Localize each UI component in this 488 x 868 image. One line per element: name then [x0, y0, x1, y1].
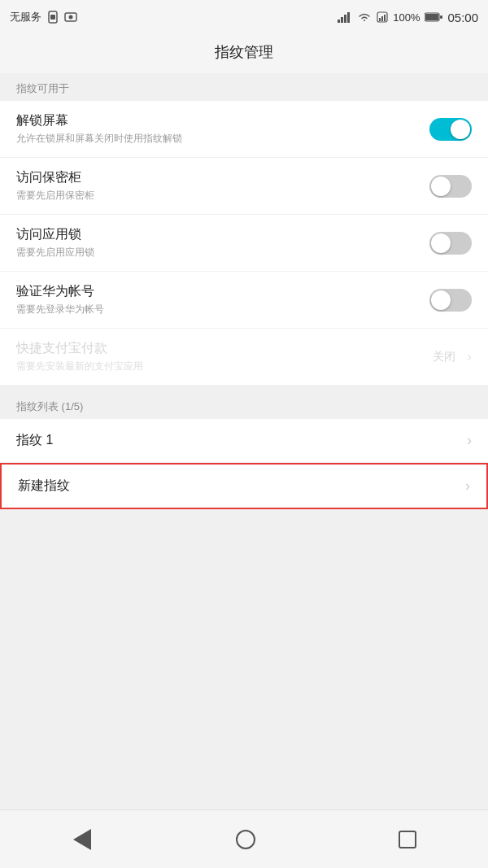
unlock-screen-subtitle: 允许在锁屏和屏幕关闭时使用指纹解锁 — [16, 132, 429, 146]
signal-icon — [338, 11, 352, 23]
access-safe-subtitle: 需要先启用保密柜 — [16, 189, 429, 203]
svg-rect-7 — [347, 12, 350, 23]
svg-rect-1 — [50, 15, 55, 20]
quick-pay-action-label: 关闭 — [433, 350, 455, 364]
access-safe-toggle[interactable] — [429, 175, 472, 198]
toggle-knob — [451, 120, 470, 139]
bottom-nav — [0, 809, 488, 868]
status-right: 100% 05:00 — [338, 11, 478, 24]
back-button[interactable] — [72, 831, 93, 848]
content-area: 指纹可用于 解锁屏幕 允许在锁屏和屏幕关闭时使用指纹解锁 访问保密柜 需要先启用… — [0, 73, 488, 809]
fingerprint-1-chevron: › — [467, 432, 472, 449]
title-bar: 指纹管理 — [0, 34, 488, 73]
section-header-usage: 指纹可用于 — [0, 73, 488, 101]
toggle-knob — [431, 233, 451, 253]
status-left: 无服务 — [10, 10, 77, 24]
verify-huawei-subtitle: 需要先登录华为帐号 — [16, 303, 429, 316]
access-safe-title: 访问保密柜 — [16, 169, 429, 186]
access-safe-item[interactable]: 访问保密柜 需要先启用保密柜 — [0, 158, 488, 215]
verify-huawei-toggle[interactable] — [429, 289, 472, 312]
toggle-knob — [431, 177, 451, 196]
unlock-screen-toggle[interactable] — [429, 118, 472, 141]
unlock-screen-item[interactable]: 解锁屏幕 允许在锁屏和屏幕关闭时使用指纹解锁 — [0, 101, 488, 158]
photo-icon — [64, 11, 77, 24]
page-title: 指纹管理 — [0, 42, 488, 62]
verify-huawei-item[interactable]: 验证华为帐号 需要先登录华为帐号 — [0, 272, 488, 329]
quick-pay-text: 快捷支付宝付款 需要先安装最新的支付宝应用 — [16, 340, 433, 373]
svg-rect-10 — [381, 16, 383, 21]
verify-huawei-title: 验证华为帐号 — [16, 283, 429, 300]
wifi-icon — [357, 11, 372, 23]
access-applock-subtitle: 需要先启用应用锁 — [16, 246, 429, 260]
recents-icon — [399, 831, 416, 848]
sim-icon — [46, 11, 59, 24]
new-fingerprint-item[interactable]: 新建指纹 › — [0, 463, 488, 509]
access-applock-item[interactable]: 访问应用锁 需要先启用应用锁 — [0, 215, 488, 272]
svg-rect-9 — [379, 18, 381, 21]
new-fingerprint-title: 新建指纹 — [18, 478, 70, 495]
new-fingerprint-chevron: › — [465, 478, 470, 495]
svg-rect-4 — [338, 20, 340, 23]
back-icon — [73, 829, 91, 850]
svg-rect-5 — [341, 17, 343, 23]
access-applock-toggle[interactable] — [429, 232, 472, 255]
fingerprint-1-title: 指纹 1 — [16, 432, 53, 449]
sim-signal-icon — [377, 11, 388, 23]
access-applock-title: 访问应用锁 — [16, 226, 429, 243]
svg-rect-6 — [344, 15, 346, 23]
unlock-screen-title: 解锁屏幕 — [16, 112, 429, 129]
toggle-knob — [431, 290, 451, 310]
section-header-list: 指纹列表 (1/5) — [0, 391, 488, 419]
access-safe-text: 访问保密柜 需要先启用保密柜 — [16, 169, 429, 203]
unlock-screen-text: 解锁屏幕 允许在锁屏和屏幕关闭时使用指纹解锁 — [16, 112, 429, 146]
svg-rect-11 — [384, 15, 386, 21]
carrier-text: 无服务 — [10, 10, 41, 24]
verify-huawei-text: 验证华为帐号 需要先登录华为帐号 — [16, 283, 429, 316]
battery-icon — [425, 12, 442, 22]
fingerprint-1-item[interactable]: 指纹 1 › — [0, 419, 488, 463]
quick-pay-item: 快捷支付宝付款 需要先安装最新的支付宝应用 关闭 › — [0, 329, 488, 385]
svg-rect-13 — [425, 14, 438, 20]
access-applock-text: 访问应用锁 需要先启用应用锁 — [16, 226, 429, 260]
svg-point-3 — [69, 15, 73, 20]
fingerprint-list-group: 指纹 1 › 新建指纹 › — [0, 419, 488, 509]
quick-pay-subtitle: 需要先安装最新的支付宝应用 — [16, 360, 433, 373]
home-button[interactable] — [236, 830, 255, 849]
fingerprint-usage-group: 解锁屏幕 允许在锁屏和屏幕关闭时使用指纹解锁 访问保密柜 需要先启用保密柜 访问… — [0, 101, 488, 385]
home-icon — [236, 830, 255, 849]
battery-percent: 100% — [393, 11, 420, 24]
status-bar: 无服务 100% — [0, 0, 488, 34]
quick-pay-chevron: › — [467, 348, 472, 365]
recents-button[interactable] — [399, 831, 416, 848]
quick-pay-title: 快捷支付宝付款 — [16, 340, 433, 357]
quick-pay-action: 关闭 › — [433, 348, 472, 365]
svg-rect-14 — [440, 15, 442, 19]
time-display: 05:00 — [447, 11, 478, 24]
